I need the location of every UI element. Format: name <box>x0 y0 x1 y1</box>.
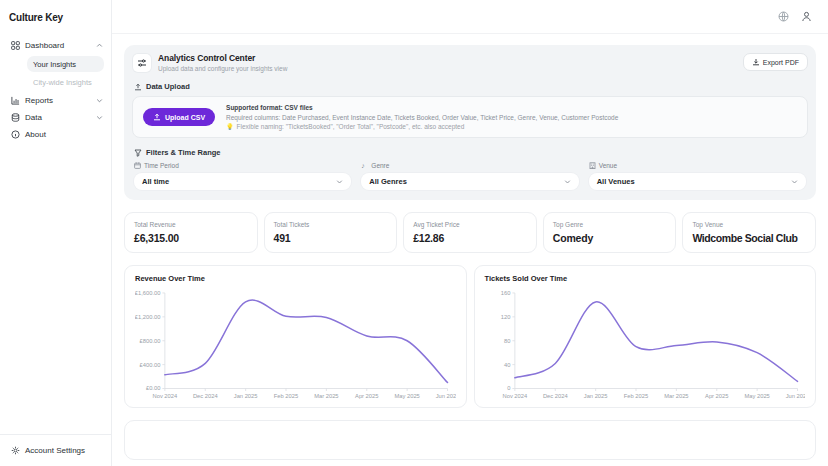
sidebar-item-city-wide-insights[interactable]: City-wide Insights <box>27 74 104 90</box>
sidebar-item-data[interactable]: Data <box>0 109 111 126</box>
svg-text:Dec 2024: Dec 2024 <box>542 393 567 399</box>
svg-text:Apr 2025: Apr 2025 <box>355 393 378 399</box>
panel-title-block: Analytics Control Center Upload data and… <box>158 53 287 72</box>
export-pdf-label: Export PDF <box>763 59 799 66</box>
database-icon <box>11 113 20 122</box>
sidebar-footer-label: Account Settings <box>25 446 85 455</box>
sidebar-nav: Dashboard Your Insights City-wide Insigh… <box>0 37 111 434</box>
bar-chart-icon <box>11 96 20 105</box>
sidebar-item-label: About <box>25 130 103 139</box>
building-icon <box>589 162 596 169</box>
globe-icon[interactable] <box>778 11 789 22</box>
upload-csv-button[interactable]: Upload CSV <box>143 108 215 126</box>
tickets-sold-over-time-chart: Tickets Sold Over Time 04080120160Nov 20… <box>474 265 817 408</box>
main-content: Analytics Control Center Upload data and… <box>112 34 828 466</box>
svg-text:May 2025: May 2025 <box>744 393 769 399</box>
svg-text:May 2025: May 2025 <box>394 393 419 399</box>
stat-card-top-venue: Top Venue Widcombe Social Club <box>682 212 816 253</box>
export-pdf-button[interactable]: Export PDF <box>743 53 808 71</box>
svg-text:£1,600.00: £1,600.00 <box>135 290 160 296</box>
svg-text:40: 40 <box>503 362 509 368</box>
svg-text:Mar 2025: Mar 2025 <box>314 393 338 399</box>
venue-select[interactable]: All Venues <box>589 173 806 190</box>
chevron-down-icon <box>564 178 571 185</box>
sidebar-item-label: Dashboard <box>25 41 91 50</box>
stat-card-total-revenue: Total Revenue £6,315.00 <box>124 212 258 253</box>
upload-format-info: Supported format: CSV files Required col… <box>226 104 618 130</box>
svg-text:£1,200.00: £1,200.00 <box>135 314 160 320</box>
svg-text:Jun 2025: Jun 2025 <box>785 393 805 399</box>
chevron-down-icon <box>96 114 103 121</box>
stat-card-top-genre: Top Genre Comedy <box>543 212 677 253</box>
revenue-over-time-chart: Revenue Over Time £0.00£400.00£800.00£1,… <box>124 265 467 408</box>
revenue-line-chart: £0.00£400.00£800.00£1,200.00£1,600.00Nov… <box>135 286 456 403</box>
svg-text:Feb 2025: Feb 2025 <box>623 393 647 399</box>
page-title: Analytics Control Center <box>158 53 287 63</box>
sidebar-item-dashboard[interactable]: Dashboard <box>0 37 111 54</box>
svg-text:Jan 2025: Jan 2025 <box>234 393 258 399</box>
stat-card-total-tickets: Total Tickets 491 <box>264 212 398 253</box>
download-icon <box>752 58 760 66</box>
filter-label: Genre <box>371 162 389 169</box>
filter-grid: Time Period All time ♪ Genre All Genres <box>132 162 808 190</box>
sliders-icon <box>133 54 151 72</box>
svg-text:Apr 2025: Apr 2025 <box>705 393 728 399</box>
svg-text:0: 0 <box>507 385 510 391</box>
info-icon <box>11 130 20 139</box>
topbar <box>112 0 828 34</box>
filter-venue: Venue All Venues <box>589 162 806 190</box>
analytics-control-center-panel: Analytics Control Center Upload data and… <box>124 45 816 200</box>
filter-time-period: Time Period All time <box>134 162 351 190</box>
svg-text:Nov 2024: Nov 2024 <box>153 393 178 399</box>
chevron-down-icon <box>336 178 343 185</box>
sidebar-item-reports[interactable]: Reports <box>0 92 111 109</box>
funnel-icon <box>134 149 142 157</box>
svg-text:Mar 2025: Mar 2025 <box>664 393 688 399</box>
svg-text:£0.00: £0.00 <box>146 385 160 391</box>
sidebar-item-label: Data <box>25 113 91 122</box>
upload-info-box: Upload CSV Supported format: CSV files R… <box>132 96 808 138</box>
stats-row: Total Revenue £6,315.00 Total Tickets 49… <box>124 212 816 253</box>
filter-label: Time Period <box>144 162 179 169</box>
flexible-naming-text: 💡 Flexible naming: "TicketsBooked", "Ord… <box>226 123 618 130</box>
svg-text:Jan 2025: Jan 2025 <box>583 393 607 399</box>
svg-text:80: 80 <box>503 338 509 344</box>
svg-text:120: 120 <box>500 314 510 320</box>
svg-text:160: 160 <box>500 290 510 296</box>
stat-card-avg-ticket-price: Avg Ticket Price £12.86 <box>403 212 537 253</box>
filter-label: Venue <box>599 162 617 169</box>
sidebar-item-about[interactable]: About <box>0 126 111 143</box>
charts-row: Revenue Over Time £0.00£400.00£800.00£1,… <box>124 265 816 408</box>
sidebar: Culture Key Dashboard Your Insights City… <box>0 0 112 466</box>
music-note-icon: ♪ <box>361 162 368 169</box>
upload-icon <box>153 113 161 121</box>
required-columns-text: Required columns: Date Purchased, Event … <box>226 114 618 121</box>
sidebar-item-label: Reports <box>25 96 91 105</box>
svg-text:Feb 2025: Feb 2025 <box>274 393 298 399</box>
svg-text:£800.00: £800.00 <box>140 338 161 344</box>
svg-text:£400.00: £400.00 <box>140 362 161 368</box>
upload-icon <box>134 83 142 91</box>
gear-icon <box>11 446 20 455</box>
time-period-select[interactable]: All time <box>134 173 351 190</box>
sidebar-item-account-settings[interactable]: Account Settings <box>0 434 111 466</box>
tickets-line-chart: 04080120160Nov 2024Dec 2024Jan 2025Feb 2… <box>485 286 806 403</box>
filters-section-label: Filters & Time Range <box>134 148 808 157</box>
grid-icon <box>11 41 20 50</box>
data-upload-section-label: Data Upload <box>134 82 808 91</box>
user-icon[interactable] <box>801 11 812 22</box>
lightbulb-icon: 💡 <box>226 123 234 130</box>
panel-header: Analytics Control Center Upload data and… <box>132 53 808 72</box>
chevron-up-icon <box>96 42 103 49</box>
sidebar-item-your-insights[interactable]: Your Insights <box>27 56 104 72</box>
supported-format-text: Supported format: CSV files <box>226 104 618 111</box>
svg-text:Jun 2025: Jun 2025 <box>436 393 456 399</box>
bottom-card <box>124 420 816 460</box>
filter-genre: ♪ Genre All Genres <box>361 162 578 190</box>
svg-text:Dec 2024: Dec 2024 <box>193 393 218 399</box>
chevron-down-icon <box>96 97 103 104</box>
genre-select[interactable]: All Genres <box>361 173 578 190</box>
brand-logo: Culture Key <box>0 0 111 37</box>
page-subtitle: Upload data and configure your insights … <box>158 65 287 72</box>
calendar-icon <box>134 162 141 169</box>
